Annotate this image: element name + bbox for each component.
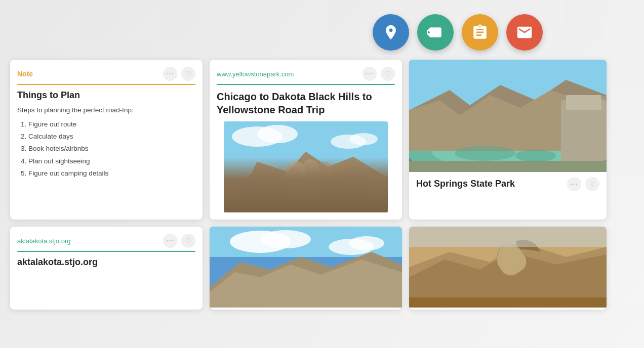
svg-point-28 [349, 236, 384, 250]
aktalakota-dots-button[interactable]: ··· [163, 234, 177, 248]
svg-rect-34 [409, 227, 607, 247]
notepad-icon-circle[interactable] [462, 14, 498, 51]
list-item: Book hotels/airbnbs [28, 143, 195, 155]
note-card-header: Note ··· ♡ [10, 60, 203, 84]
svg-rect-19 [566, 95, 601, 110]
yellowstone-card-body: Chicago to Dakota Black Hills to Yellows… [210, 90, 402, 220]
svg-marker-6 [232, 152, 388, 212]
hotsprings-title: Hot Springs State Park [416, 178, 515, 190]
note-card: Note ··· ♡ Things to Plan Steps to plann… [10, 60, 203, 220]
aktalakota-title: aktalakota.stjo.org [17, 257, 195, 268]
yellowstone-dots-button[interactable]: ··· [363, 67, 377, 81]
location-icon-circle[interactable] [373, 14, 409, 51]
tag-icon-circle[interactable] [417, 14, 454, 51]
hotsprings-dots-button[interactable]: ··· [567, 177, 581, 191]
crazyhorse-card [409, 227, 607, 310]
note-description: Steps to planning the perfect road-trip: [17, 106, 195, 115]
yellowstone-title: Chicago to Dakota Black Hills to Yellows… [217, 90, 395, 116]
list-item: Figure out route [28, 118, 195, 130]
tag-icon [427, 24, 444, 41]
svg-point-22 [515, 150, 556, 162]
aktalakota-heart-button[interactable]: ♡ [181, 234, 195, 248]
svg-rect-35 [409, 297, 607, 308]
crazyhorse-image [409, 227, 607, 308]
svg-point-21 [455, 146, 515, 161]
svg-rect-7 [224, 200, 388, 212]
yellowstone-url[interactable]: www.yellowstonepark.com [217, 70, 294, 78]
list-item: Calculate days [28, 130, 195, 143]
svg-marker-5 [232, 152, 388, 212]
note-title: Things to Plan [17, 90, 195, 101]
hotsprings-image-area: Hot Springs State Park ··· ♡ [409, 60, 607, 196]
location-icon [382, 24, 399, 41]
note-heart-button[interactable]: ♡ [181, 67, 195, 81]
svg-point-2 [257, 125, 298, 143]
aktalakota-url[interactable]: aktalakota.stjo.org [17, 237, 71, 245]
mail-icon-circle[interactable] [506, 14, 543, 51]
svg-point-8 [285, 161, 305, 183]
note-card-actions: ··· ♡ [163, 67, 195, 81]
svg-point-9 [301, 159, 319, 180]
yellowstone-card-actions: ··· ♡ [363, 67, 395, 81]
page-container: Note ··· ♡ Things to Plan Steps to plann… [0, 0, 644, 348]
yellowstone-card: www.yellowstonepark.com ··· ♡ Chicago to… [210, 60, 402, 220]
aktalakota-card-header: aktalakota.stjo.org ··· ♡ [10, 227, 203, 251]
top-icons-row [373, 14, 543, 51]
list-item: Plan out sightseeing [28, 155, 195, 167]
sky-image [210, 227, 402, 308]
aktalakota-divider [17, 251, 195, 252]
list-item: Figure out camping details [28, 167, 195, 180]
hotsprings-overlay: Hot Springs State Park ··· ♡ [409, 172, 607, 196]
svg-point-10 [316, 161, 333, 181]
sky-card [210, 227, 402, 310]
hotsprings-card: Hot Springs State Park ··· ♡ [409, 60, 607, 220]
aktalakota-card: aktalakota.stjo.org ··· ♡ aktalakota.stj… [10, 227, 203, 310]
aktalakota-body: aktalakota.stjo.org [10, 257, 203, 275]
svg-point-4 [349, 133, 378, 145]
svg-point-11 [330, 163, 346, 181]
yellowstone-divider [217, 84, 395, 85]
hotsprings-actions: ··· ♡ [567, 177, 599, 191]
mail-icon [516, 24, 533, 41]
rushmore-image [224, 121, 388, 212]
note-dots-button[interactable]: ··· [163, 67, 177, 81]
yellowstone-heart-button[interactable]: ♡ [381, 67, 395, 81]
yellowstone-card-header: www.yellowstonepark.com ··· ♡ [210, 60, 402, 84]
note-card-body: Things to Plan Steps to planning the per… [10, 90, 203, 188]
note-type-label: Note [17, 70, 33, 78]
svg-point-26 [260, 230, 311, 248]
note-divider [17, 84, 195, 85]
cards-area: Note ··· ♡ Things to Plan Steps to plann… [10, 60, 607, 310]
hotsprings-heart-button[interactable]: ♡ [585, 177, 599, 191]
notepad-icon [471, 24, 489, 41]
note-list: Figure out route Calculate days Book hot… [17, 118, 195, 180]
aktalakota-card-actions: ··· ♡ [163, 234, 195, 248]
